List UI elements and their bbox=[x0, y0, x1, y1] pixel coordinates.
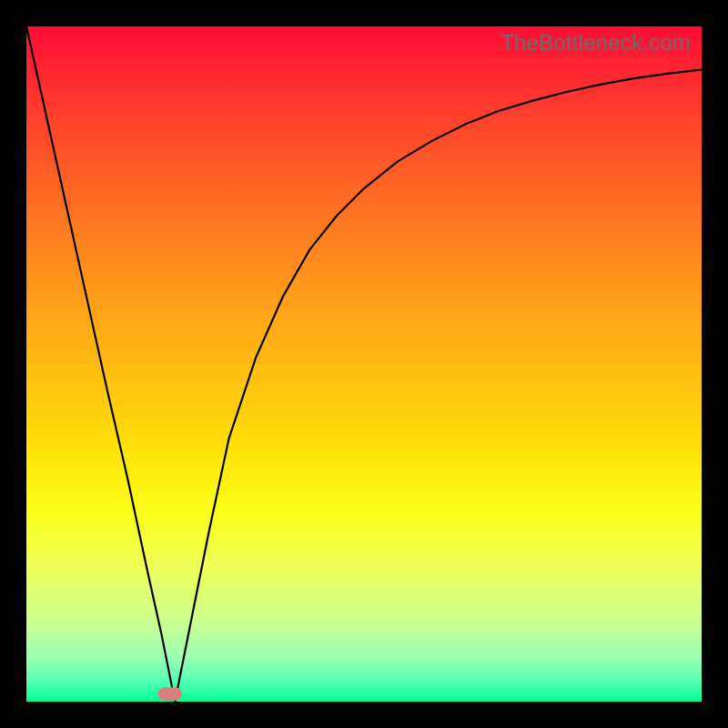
chart-svg bbox=[26, 26, 702, 702]
chart-curve bbox=[26, 26, 702, 702]
optimal-marker bbox=[158, 687, 182, 701]
plot-area: TheBottleneck.com bbox=[26, 26, 702, 702]
chart-frame: TheBottleneck.com bbox=[0, 0, 728, 728]
